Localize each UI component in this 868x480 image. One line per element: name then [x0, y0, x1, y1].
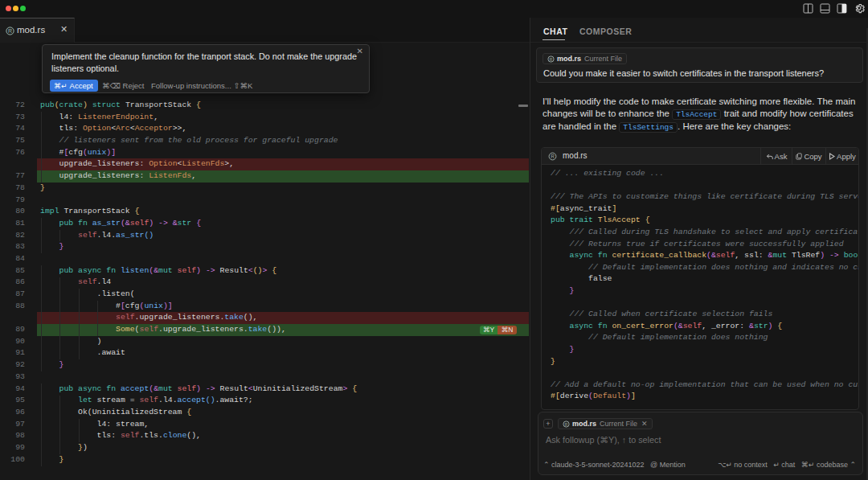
svg-text:R: R [550, 56, 553, 61]
svg-text:R: R [565, 421, 568, 426]
svg-text:R: R [551, 154, 555, 159]
svg-text:R: R [8, 28, 12, 34]
